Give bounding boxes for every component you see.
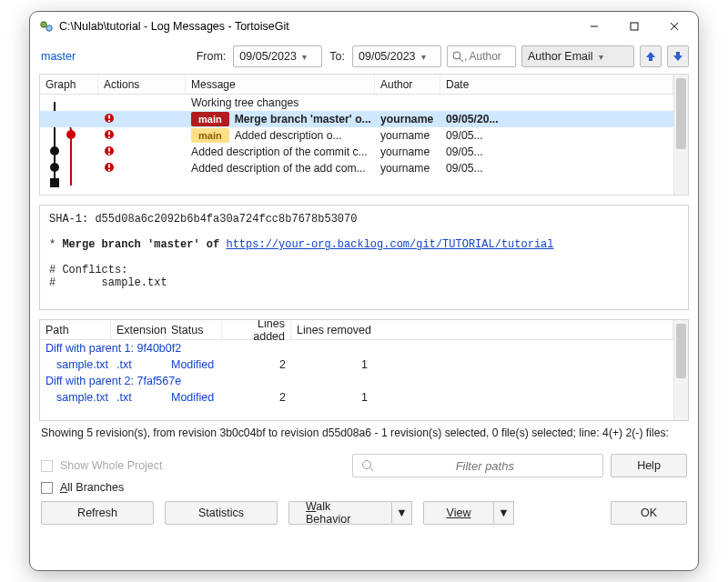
current-branch[interactable]: master <box>41 50 76 63</box>
show-whole-project-checkbox <box>41 460 53 472</box>
help-button[interactable]: Help <box>611 454 687 477</box>
svg-rect-17 <box>108 153 110 155</box>
arrow-up-icon <box>644 50 657 63</box>
fcol-path[interactable]: Path <box>40 320 111 339</box>
to-label: To: <box>328 50 347 63</box>
from-date-picker[interactable]: 09/05/2023 ▾ <box>233 45 322 67</box>
commit-message: Merge branch 'master' of <box>62 238 226 251</box>
all-branches-label[interactable]: All Branches <box>60 481 124 494</box>
files-header: Path Extension Status Lines added Lines … <box>40 320 673 340</box>
minimize-button[interactable] <box>574 14 614 39</box>
to-date-value: 09/05/2023 <box>359 50 416 63</box>
files-scrollbar[interactable] <box>673 320 688 420</box>
commit-date: 09/05/20... <box>440 113 673 125</box>
svg-rect-19 <box>108 164 110 167</box>
window-title: C:\Nulab\tutorial - Log Messages - Torto… <box>59 20 289 33</box>
sha-value: d55d08a6c2092b6b4fa30a724fcc8b7678b53070 <box>95 213 357 226</box>
view-button[interactable]: View ▼ <box>423 501 514 525</box>
svg-rect-8 <box>50 178 59 187</box>
bottom-actions: Refresh Statistics Walk Behavior ▼ View … <box>30 494 698 536</box>
svg-rect-14 <box>108 136 110 138</box>
svg-point-1 <box>46 25 52 31</box>
view-caret[interactable]: ▼ <box>494 501 514 525</box>
search-icon <box>451 50 464 63</box>
file-name: sample.txt <box>40 358 111 371</box>
diff-group-header: Diff with parent 1: 9f40b0f2 <box>40 342 187 355</box>
bottom-row-options: Show Whole Project Help <box>30 452 698 477</box>
commit-date: 09/05... <box>440 162 673 175</box>
commits-scrollbar[interactable] <box>673 75 688 195</box>
commit-message-text: Merge branch 'master' o... <box>235 113 371 125</box>
commit-message-text: Added description of the add com... <box>191 162 366 175</box>
col-message[interactable]: Message <box>186 75 375 94</box>
commit-message-text: Working tree changes <box>191 96 298 109</box>
file-ext: .txt <box>111 391 166 404</box>
commit-row[interactable]: Added description of the add com...yourn… <box>40 160 673 176</box>
action-icon <box>104 162 115 173</box>
commits-header: Graph Actions Message Author Date <box>40 75 673 95</box>
svg-rect-16 <box>108 147 110 151</box>
bottom-row-branches: All Branches <box>30 477 698 494</box>
commit-row[interactable]: Working tree changes <box>40 95 673 111</box>
fcol-added[interactable]: Lines added <box>222 320 291 339</box>
remote-url-link[interactable]: https://your-org.backlog.com/git/TUTORIA… <box>226 238 553 251</box>
col-graph[interactable]: Graph <box>40 75 98 94</box>
commits-panel: Graph Actions Message Author Date Workin… <box>39 74 689 196</box>
maximize-button[interactable] <box>614 14 654 39</box>
fcol-removed[interactable]: Lines removed <box>291 320 673 339</box>
lines-added: 2 <box>222 391 291 404</box>
move-down-button[interactable] <box>667 45 689 67</box>
ref-chip: main <box>191 112 229 126</box>
commit-message-text: Added description o... <box>235 129 342 142</box>
svg-point-0 <box>41 22 46 27</box>
app-icon <box>39 19 54 34</box>
author-email-dropdown[interactable]: Author Email ▾ <box>521 45 634 67</box>
author-email-label: Author Email <box>528 50 593 63</box>
walk-behavior-caret[interactable]: ▼ <box>392 501 412 525</box>
commit-date: 09/05... <box>440 129 673 142</box>
commit-author: yourname <box>375 162 440 175</box>
all-branches-checkbox[interactable] <box>41 482 53 494</box>
commit-row[interactable]: mainMerge branch 'master' o...yourname09… <box>40 111 673 127</box>
refresh-button[interactable]: Refresh <box>41 501 154 525</box>
lines-removed: 1 <box>291 358 373 371</box>
walk-behavior-button[interactable]: Walk Behavior ▼ <box>288 501 412 525</box>
conflicts-file: # sample.txt <box>49 276 167 289</box>
search-input[interactable] <box>467 49 511 64</box>
fcol-ext[interactable]: Extension <box>111 320 166 339</box>
show-whole-project-label: Show Whole Project <box>60 459 163 472</box>
commit-author: yourname <box>375 113 440 125</box>
svg-rect-13 <box>108 131 110 135</box>
file-row[interactable]: sample.txt.txtModified21 <box>40 389 673 406</box>
lines-added: 2 <box>222 358 291 371</box>
files-panel: Path Extension Status Lines added Lines … <box>39 319 689 421</box>
file-row[interactable]: sample.txt.txtModified21 <box>40 356 673 373</box>
diff-group-header: Diff with parent 2: 7faf567e <box>40 375 187 387</box>
col-author[interactable]: Author <box>375 75 440 94</box>
chevron-down-icon: ▾ <box>599 52 603 62</box>
close-button[interactable] <box>654 14 694 39</box>
ok-button[interactable]: OK <box>611 501 687 525</box>
commit-author: yourname <box>375 146 440 158</box>
commit-date: 09/05... <box>440 146 673 158</box>
chevron-down-icon: ▾ <box>302 52 307 62</box>
col-date[interactable]: Date <box>440 75 673 94</box>
filter-paths-box[interactable] <box>352 454 603 477</box>
commit-message-text: Added description of the commit c... <box>191 146 368 158</box>
search-icon <box>360 458 375 473</box>
statistics-button[interactable]: Statistics <box>165 501 278 525</box>
commit-row[interactable]: Added description of the commit c...your… <box>40 144 673 160</box>
filter-paths-input[interactable] <box>375 458 595 474</box>
sha-label: SHA-1: <box>49 213 88 226</box>
action-icon <box>104 146 115 156</box>
commit-row[interactable]: mainAdded description o...yourname09/05.… <box>40 127 673 144</box>
svg-rect-11 <box>108 120 110 122</box>
search-box[interactable]: , <box>447 45 516 67</box>
col-actions[interactable]: Actions <box>98 75 186 94</box>
to-date-picker[interactable]: 09/05/2023 ▾ <box>352 45 441 67</box>
move-up-button[interactable] <box>640 45 662 67</box>
fcol-status[interactable]: Status <box>166 320 222 339</box>
commit-details: SHA-1: d55d08a6c2092b6b4fa30a724fcc8b767… <box>39 205 689 310</box>
from-label: From: <box>195 50 228 63</box>
ref-chip: main <box>191 128 229 143</box>
